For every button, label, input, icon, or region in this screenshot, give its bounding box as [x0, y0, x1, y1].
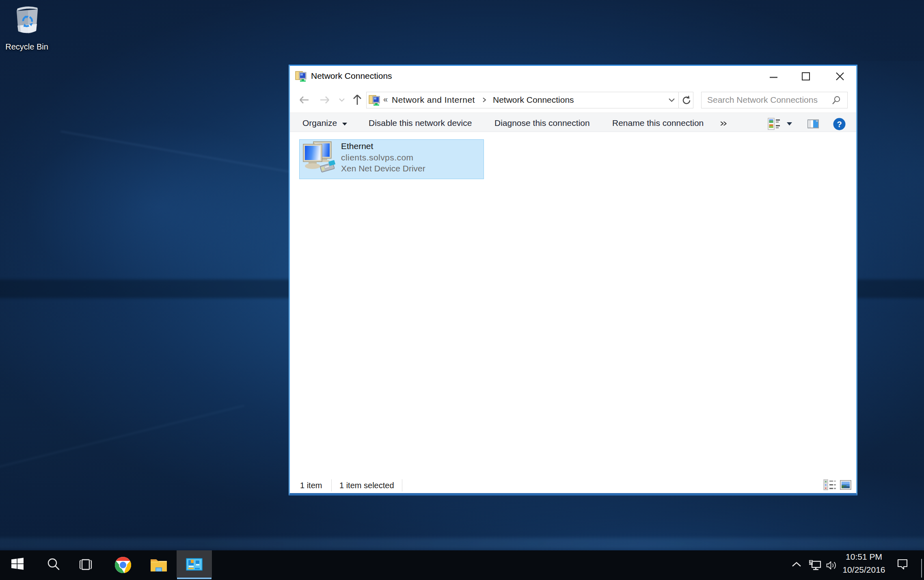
- svg-text:?: ?: [837, 120, 842, 129]
